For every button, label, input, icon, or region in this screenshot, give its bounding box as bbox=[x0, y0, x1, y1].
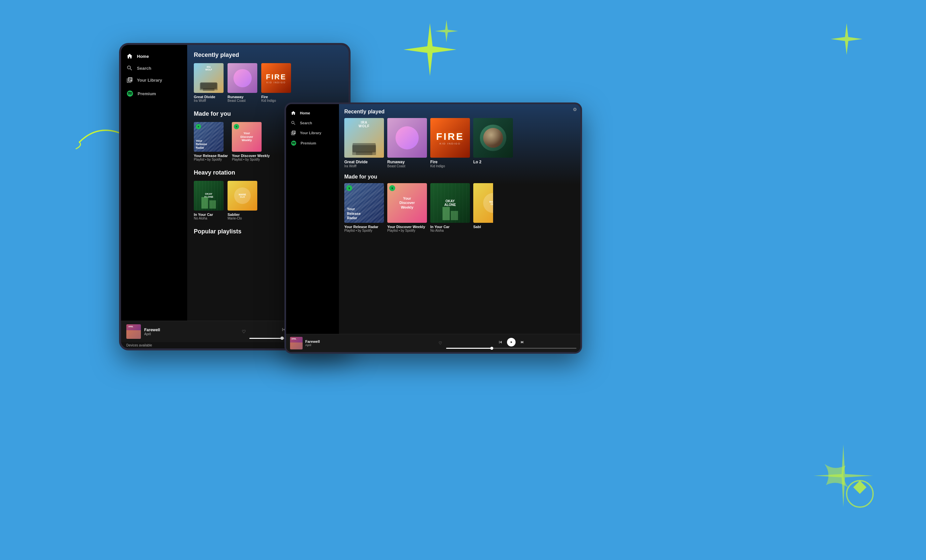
sm-card-fire[interactable]: FIRE KID INDIGO Fire Kid Indigo bbox=[430, 118, 470, 168]
sidebar-library-label: Your Library bbox=[137, 78, 162, 83]
card-fire-title: Fire bbox=[261, 95, 291, 99]
card-dw-subtitle: Playlist • by Spotify bbox=[232, 158, 270, 162]
sm-card-no-aloha[interactable]: OKAYALONE In Your Car No Aloha bbox=[430, 183, 470, 232]
card-ira-wolf-title: Great Divide bbox=[194, 95, 224, 99]
player-thumb: april bbox=[126, 324, 141, 339]
small-tablet-main: Recently played IRAWOLF Great Divide Ira… bbox=[339, 104, 580, 334]
progress-thumb bbox=[280, 337, 284, 340]
sm-sidebar-home[interactable]: Home bbox=[286, 108, 339, 118]
sm-search-icon bbox=[291, 120, 296, 125]
sidebar-home[interactable]: Home bbox=[121, 50, 187, 62]
sm-controls bbox=[446, 338, 577, 349]
sm-progress-fill bbox=[446, 348, 492, 349]
card-rr-title: Your Release Radar bbox=[194, 154, 228, 158]
discover-weekly-artwork-text: YourDiscoverWeekly bbox=[241, 131, 253, 142]
player-info: Farewell April bbox=[144, 328, 238, 336]
settings-icon[interactable]: ⚙ bbox=[573, 107, 577, 112]
sm-library-icon bbox=[291, 130, 296, 136]
small-tablet: ⚙ Home Search bbox=[284, 103, 582, 354]
sm-card-sabl-title: Sabl bbox=[473, 225, 493, 229]
recently-played-row: IRAWOLF Great Divide Ira Wolff Runaway bbox=[194, 63, 342, 103]
sm-made-for-you-title: Made for you bbox=[344, 174, 575, 180]
sm-play-icon bbox=[510, 341, 513, 344]
home-icon bbox=[126, 53, 133, 59]
progress-fill bbox=[250, 338, 283, 339]
sm-card-sablier[interactable]: MARIECLO Sabl bbox=[473, 183, 493, 232]
card-fire[interactable]: FIRE KID INDIGO Fire Kid Indigo bbox=[261, 63, 291, 103]
sm-card-runaway[interactable]: Runaway Beast Coast bbox=[387, 118, 427, 168]
sm-sidebar-home-label: Home bbox=[300, 111, 310, 115]
sm-made-for-you-row: S YourReleaseRadar Your Release Radar Pl… bbox=[344, 183, 575, 232]
card-sablier-artist: Marie-Clo bbox=[227, 217, 257, 220]
sm-sidebar-search-label: Search bbox=[300, 121, 312, 125]
small-tablet-sidebar: Home Search Your Library bbox=[286, 104, 339, 334]
sm-card-dw-subtitle: Playlist • by Spotify bbox=[387, 229, 427, 232]
card-rr-subtitle: Playlist • by Spotify bbox=[194, 158, 228, 162]
sidebar-home-label: Home bbox=[137, 54, 149, 59]
sidebar-premium-label: Premium bbox=[138, 91, 156, 96]
sm-ctrl-buttons bbox=[446, 338, 577, 346]
small-tablet-player: april Farewell April ♡ bbox=[286, 334, 580, 352]
sm-skip-back-btn[interactable] bbox=[498, 340, 503, 345]
like-button[interactable]: ♡ bbox=[242, 329, 246, 334]
sidebar-library[interactable]: Your Library bbox=[121, 74, 187, 86]
sm-card-release-radar[interactable]: S YourReleaseRadar Your Release Radar Pl… bbox=[344, 183, 384, 232]
card-runaway-artist: Beast Coast bbox=[227, 99, 257, 103]
player-track-title: Farewell bbox=[144, 328, 238, 332]
sm-card-discover-weekly[interactable]: S YourDiscoverWeekly Your Discover Weekl… bbox=[387, 183, 427, 232]
sm-sidebar-library[interactable]: Your Library bbox=[286, 128, 339, 138]
search-icon bbox=[126, 65, 133, 71]
sm-card-run-artist: Beast Coast bbox=[387, 164, 427, 168]
card-na-artist: No Aloha bbox=[194, 217, 224, 220]
sm-card-rr-title: Your Release Radar bbox=[344, 225, 384, 229]
sidebar-premium[interactable]: Premium bbox=[121, 87, 187, 100]
card-na-title: In Your Car bbox=[194, 213, 224, 217]
sm-sidebar-premium[interactable]: Premium bbox=[286, 138, 339, 148]
sm-progress-thumb bbox=[490, 347, 493, 350]
sm-recently-played-row: IRAWOLF Great Divide Ira Wolff Runaway bbox=[344, 118, 575, 168]
sm-sidebar-premium-label: Premium bbox=[301, 141, 316, 145]
card-sablier-title: Sablier bbox=[227, 213, 257, 217]
card-fire-artist: Kid Indigo bbox=[261, 99, 291, 103]
sm-card-na-artist: No Aloha bbox=[430, 229, 470, 232]
spotify-icon bbox=[126, 90, 134, 97]
sm-card-iw-title: Great Divide bbox=[344, 160, 384, 164]
sm-player-info: Farewell April bbox=[305, 340, 436, 347]
sm-player-artist: April bbox=[305, 343, 436, 347]
card-runaway[interactable]: Runaway Beast Coast bbox=[227, 63, 257, 103]
sm-card-fire-artist: Kid Indigo bbox=[430, 164, 470, 168]
sm-play-btn[interactable] bbox=[507, 338, 516, 346]
card-runaway-title: Runaway bbox=[227, 95, 257, 99]
sm-card-lo-fi[interactable]: Lo 2 bbox=[473, 118, 513, 168]
ira-wolf-text: IRAWOLF bbox=[194, 66, 224, 71]
fire-artwork-text: FIRE bbox=[266, 73, 286, 82]
large-tablet-sidebar: Home Search Your Library bbox=[121, 45, 187, 321]
sm-player-thumb: april bbox=[290, 337, 303, 349]
library-icon bbox=[126, 77, 133, 83]
sm-like-button[interactable]: ♡ bbox=[439, 341, 442, 346]
sm-card-rr-subtitle: Playlist • by Spotify bbox=[344, 229, 384, 232]
sm-skip-fwd-btn[interactable] bbox=[519, 340, 525, 345]
card-ira-wolf[interactable]: IRAWOLF Great Divide Ira Wolff bbox=[194, 63, 224, 103]
card-sablier[interactable]: MARIECLO Sablier Marie-Clo bbox=[227, 181, 257, 220]
sm-card-run-title: Runaway bbox=[387, 160, 427, 164]
sm-card-iw-artist: Ira Wolff bbox=[344, 164, 384, 168]
sm-player-title: Farewell bbox=[305, 340, 436, 343]
card-release-radar[interactable]: YourReleaseRadar S Your Release Radar Pl… bbox=[194, 122, 228, 162]
player-artist-name: April bbox=[144, 332, 238, 336]
sm-progress-bar[interactable] bbox=[446, 348, 577, 349]
card-discover-weekly[interactable]: YourDiscoverWeekly S Your Discover Weekl… bbox=[232, 122, 270, 162]
sidebar-search[interactable]: Search bbox=[121, 62, 187, 74]
sm-card-lofi-title: Lo 2 bbox=[473, 160, 513, 164]
fire-subtitle-text: KID INDIGO bbox=[266, 82, 286, 84]
sm-card-ira-wolf[interactable]: IRAWOLF Great Divide Ira Wolff bbox=[344, 118, 384, 168]
sm-card-dw-title: Your Discover Weekly bbox=[387, 225, 427, 229]
sm-sidebar-library-label: Your Library bbox=[300, 131, 321, 135]
svg-point-0 bbox=[847, 481, 873, 507]
card-dw-title: Your Discover Weekly bbox=[232, 154, 270, 158]
sm-home-icon bbox=[291, 110, 296, 116]
sm-sidebar-search[interactable]: Search bbox=[286, 118, 339, 128]
sm-spotify-icon bbox=[291, 140, 297, 146]
card-no-aloha[interactable]: OKAYALONE In Your Car No Aloha bbox=[194, 181, 224, 220]
card-ira-wolf-artist: Ira Wolff bbox=[194, 99, 224, 103]
